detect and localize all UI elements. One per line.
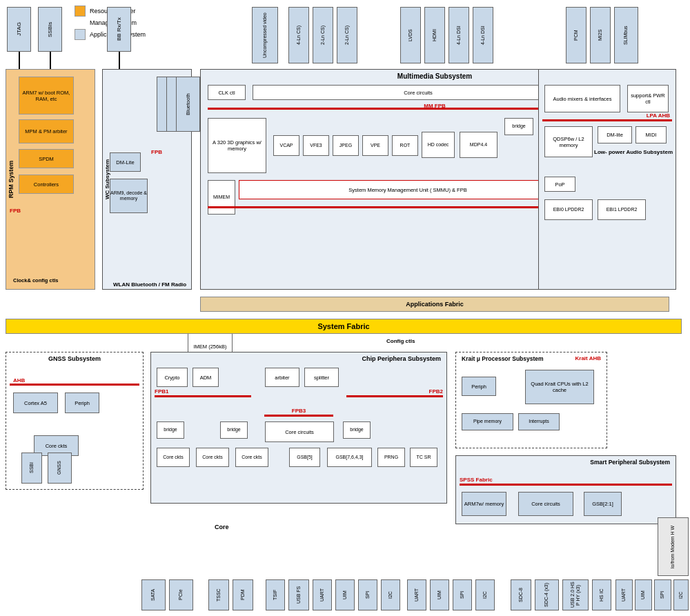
hd-codec-block: HD codec [422, 132, 455, 158]
audio-area: Audio mixers & interfaces support& PWR c… [538, 69, 676, 290]
mm-fpb-label: MM FPB [424, 103, 446, 109]
sdc8-block: SDC-8 [511, 579, 531, 610]
smart-peripheral-label: Smart Peripheral Subsystem [590, 459, 670, 466]
core-circuits-sp-block: Core circuits [518, 492, 573, 516]
krait-label: Krait μ Processor Subsystem [462, 355, 544, 362]
chip-peripheral-container: Chip Periphera Subsystem Crypto ADM arbi… [150, 352, 447, 504]
arm7-memory-block: ARM7w/ memory [462, 492, 506, 516]
bluetooth-block: Bluetooth [176, 77, 200, 132]
fpb1-label: FPB1 [155, 388, 168, 395]
krait-subsystem-container: Krait μ Processor Subsystem Krait AHB Pe… [455, 352, 607, 448]
pop-block: PoP [544, 177, 575, 192]
core-label: Core [215, 524, 229, 530]
legend-orange-box [75, 6, 86, 17]
lpa-ahb-bus [542, 119, 672, 121]
pipe-memory-block: Pipe memory [462, 413, 513, 430]
vfe3-block: VFE3 [303, 135, 329, 156]
support-pwr-block: support& PWR ctl [627, 85, 669, 112]
bridge-chip3-block: bridge [343, 421, 371, 439]
controllers-block: Controllers [19, 175, 74, 194]
ln4-cs1-block: 4-Ln CS) [288, 7, 309, 63]
interrupts-block: Interrupts [518, 413, 560, 430]
uart1-block: UART [313, 579, 332, 610]
gnss-interface-block: GNSS [48, 453, 72, 484]
ssbis-connector [50, 52, 51, 69]
vcap-block: VCAP [273, 135, 299, 156]
sata-block: SATA [141, 579, 166, 610]
diagram-container: Resource Power Manager System Applicatio… [0, 0, 690, 616]
jpeg-block: JPEG [333, 135, 359, 156]
a320-block: A 320 3D graphics w/ memory [208, 118, 266, 173]
rpm-system-label: RPM System [8, 161, 14, 199]
core-ckts1-block: Core ckts [157, 448, 190, 467]
chip-peripheral-label: Chip Periphera Subsystem [362, 355, 441, 362]
lpddr-modem-block: lo/from Modem H W [658, 517, 689, 576]
low-power-audio-label: Low- power Audio Subsystem [594, 149, 673, 155]
ln4-dsi2-block: 4-Ln DSI [473, 7, 493, 63]
crypto-block: Crypto [157, 368, 188, 387]
uim1-block: UIM [335, 579, 355, 610]
fpb2-bus [346, 395, 443, 397]
uncompressed-video-block: Uncompressed video [252, 7, 278, 63]
sdc4-block: SDC-4 (x3) [535, 579, 559, 610]
arm7-block: ARM7 w/ boot ROM, RAM, etc [19, 77, 74, 115]
gsb21-block: GSB[2:1] [584, 492, 622, 516]
gsb5-block: GSB[5] [289, 448, 320, 467]
bridge-chip2-block: bridge [220, 421, 248, 439]
ln2-cs1-block: 2-Ln CS) [313, 7, 333, 63]
fpb3-label: FPB3 [292, 408, 306, 414]
multimedia-label: Multimedia Subsystem [397, 72, 472, 80]
smmu-fpb-block: System Memory Management Unit ( SMMU) & … [239, 180, 577, 199]
periph-krait-block: Periph [462, 377, 496, 396]
spss-fabric-label: SPSS Fabric [460, 477, 493, 483]
jtag-block: JTAG [7, 7, 31, 52]
hdmi-block: HDMI [424, 7, 445, 63]
uim2-block: UIM [430, 579, 449, 610]
qdsp6w-block: QDSP6w / L2 memory [544, 126, 593, 157]
bridge-mm-block: bridge [504, 118, 533, 135]
slimbus-block: SLIMbus [614, 7, 638, 63]
hs-ic-block: HS IC [592, 579, 611, 610]
mpm-pm-block: MPM & PM arbiter [19, 119, 74, 143]
ssbis-block: SSBIs [38, 7, 62, 52]
vpe-block: VPE [362, 135, 388, 156]
mimem-block: MIMEM [208, 180, 235, 215]
uart2-block: UART [407, 579, 426, 610]
pdm-block: PDM [233, 579, 253, 610]
spi2-block: SPI [453, 579, 472, 610]
bb-rxtx-block: BB Rx/Tx [107, 7, 131, 52]
gnss-label: GNSS Subsystem [48, 355, 101, 362]
i2c2-block: I2C [475, 579, 495, 610]
ssbi-gnss-block: SSBI [21, 453, 42, 484]
ebi1-block: EBI1 LPDDR2 [598, 199, 646, 220]
rot-block: ROT [392, 135, 418, 156]
ebi0-block: EBI0 LPDDR2 [544, 199, 593, 220]
lpa-ahb-label: LPA AHB [647, 112, 670, 119]
applications-fabric-block: Applications Fabric [200, 297, 669, 312]
usb-fs-block: USB FS [288, 579, 309, 610]
ln2-cs2-block: 2-Ln CS) [337, 7, 357, 63]
fpb2-label: FPB2 [429, 388, 443, 395]
fpb3-bus [264, 415, 333, 417]
tcsr-block: TC SR [410, 448, 437, 467]
core-ckts2-block: Core ckts [196, 448, 229, 467]
uim3-block: UIM [635, 579, 652, 610]
spdm-block: SPDM [19, 149, 74, 168]
audio-mixers-block: Audio mixers & interfaces [544, 85, 620, 112]
midi-block: MIDI [635, 126, 667, 143]
uart3-block: UART [615, 579, 633, 610]
spi1-block: SPI [358, 579, 377, 610]
fpb-wc-label: FPB [151, 149, 162, 155]
legend-blue-box [75, 29, 86, 40]
clock-config-label: Clock& config ctls [13, 277, 58, 284]
system-fabric-block: System Fabric [6, 319, 682, 334]
fpb1-bus [155, 395, 251, 397]
krait-ahb-label: Krait AHB [575, 355, 601, 361]
splitter-block: splitter [304, 368, 339, 387]
cortex-a5-block: Cortex A5 [13, 393, 58, 413]
dm-lite-lp-block: DM-lite [598, 126, 632, 143]
smart-peripheral-container: Smart Peripheral Subsystem SPSS Fabric A… [455, 455, 676, 524]
wc-subsystem-container: WLAN Bluetooth / FM Radio WLAN FM radio … [102, 69, 192, 290]
ahb-gnss-label: AHB [13, 377, 25, 384]
i2c1-block: I2C [381, 579, 400, 610]
